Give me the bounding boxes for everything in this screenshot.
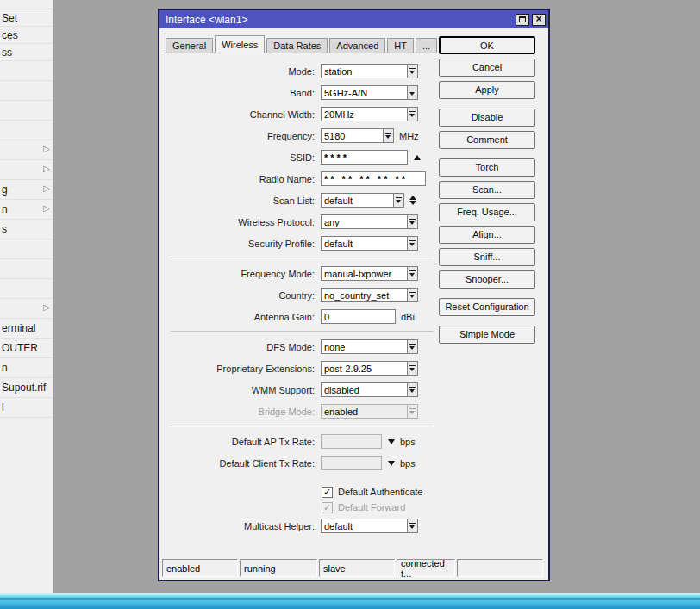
freq-usage-button[interactable]: Freq. Usage... <box>439 203 535 221</box>
submenu-arrow-icon: ▷ <box>43 184 50 193</box>
tab-data-rates[interactable]: Data Rates <box>266 38 328 53</box>
form-row-antenna-gain: Antenna Gain:0dBi <box>164 306 437 327</box>
sidebar-item[interactable] <box>0 61 53 81</box>
up-down-spinner[interactable] <box>409 196 416 205</box>
sidebar-item[interactable]: ss <box>0 44 53 61</box>
dropdown-button[interactable] <box>407 236 418 251</box>
checkmark-icon: ✓ <box>323 488 331 497</box>
checkbox-row: ✓Default Authenticate <box>164 484 437 500</box>
frequency-mode-field[interactable]: manual-txpower <box>321 266 408 281</box>
sidebar-item[interactable]: l <box>0 398 53 418</box>
disable-button[interactable]: Disable <box>439 109 535 127</box>
dfs-mode-field[interactable]: none <box>321 339 408 354</box>
dropdown-arrow-icon[interactable] <box>388 439 395 444</box>
dropdown-button[interactable] <box>383 128 394 143</box>
frequency-field[interactable]: 5180 <box>321 128 384 143</box>
ssid-value: **** <box>324 152 349 163</box>
sidebar-item[interactable]: s <box>0 220 53 239</box>
sidebar-item[interactable]: n <box>0 358 53 378</box>
multicast-helper-field[interactable]: default <box>321 519 408 533</box>
band-field[interactable]: 5GHz-A/N <box>321 85 408 100</box>
sidebar-item[interactable]: n▷ <box>0 200 53 220</box>
os-taskbar[interactable] <box>0 593 700 609</box>
sidebar-item[interactable]: g▷ <box>0 180 53 200</box>
country-field[interactable]: no_country_set <box>321 288 408 302</box>
wireless-protocol-field[interactable]: any <box>321 214 408 229</box>
ssid-field[interactable]: **** <box>321 150 408 165</box>
dropdown-button[interactable] <box>407 64 418 78</box>
tab-ht[interactable]: HT <box>387 38 414 53</box>
security-profile-value: default <box>324 239 353 249</box>
submenu-arrow-icon: ▷ <box>43 204 50 213</box>
scan-list-label: Scan List: <box>164 196 321 206</box>
sidebar-item[interactable]: ces <box>0 27 53 44</box>
radio-name-field[interactable]: ** ** ** ** ** <box>321 171 426 186</box>
dialog-title: Interface <wlan1> <box>166 14 247 26</box>
form-row-radio-name: Radio Name:** ** ** ** ** <box>164 168 437 190</box>
dropdown-button[interactable] <box>407 361 418 376</box>
sniff-button[interactable]: Sniff... <box>439 248 535 266</box>
sidebar-item[interactable]: Supout.rif <box>0 378 53 398</box>
cancel-button[interactable]: Cancel <box>439 59 535 77</box>
sidebar-item[interactable]: erminal <box>0 319 53 339</box>
form-separator <box>164 422 437 431</box>
form-row-country: Country:no_country_set <box>164 284 437 306</box>
form-row-band: Band:5GHz-A/N <box>164 82 437 103</box>
dropdown-button[interactable] <box>407 266 418 281</box>
dropdown-button[interactable] <box>407 107 418 121</box>
tab-wireless[interactable]: Wireless <box>215 35 265 53</box>
sidebar-item[interactable]: ▷ <box>0 140 53 160</box>
dropdown-button[interactable] <box>407 339 418 354</box>
scan-list-field[interactable]: default <box>321 193 394 208</box>
dialog-titlebar[interactable]: Interface <wlan1> × <box>159 10 548 28</box>
dropdown-button[interactable] <box>407 519 418 533</box>
sidebar-item[interactable] <box>0 239 53 259</box>
default-authenticate-checkbox[interactable]: ✓ <box>322 487 333 498</box>
simple-mode-button[interactable]: Simple Mode <box>439 326 535 344</box>
tab-item[interactable]: ... <box>416 38 437 53</box>
wmm-support-field[interactable]: disabled <box>321 382 408 397</box>
spinner-down-icon <box>409 201 416 205</box>
separator-line <box>171 258 434 259</box>
dropdown-icon <box>409 270 416 277</box>
dropdown-button[interactable] <box>393 193 404 208</box>
torch-button[interactable]: Torch <box>439 158 535 177</box>
mode-field[interactable]: station <box>321 64 408 78</box>
sidebar-item[interactable] <box>0 259 53 279</box>
dropdown-button[interactable] <box>407 382 418 397</box>
dropdown-button[interactable] <box>407 85 418 100</box>
checkmark-icon: ✓ <box>323 503 331 513</box>
reset-configuration-button[interactable]: Reset Configuration <box>439 298 535 316</box>
dropdown-arrow-icon[interactable] <box>388 461 395 466</box>
security-profile-field[interactable]: default <box>321 236 408 251</box>
align-button[interactable]: Align... <box>439 226 535 244</box>
sidebar-item[interactable]: OUTER <box>0 339 53 358</box>
dropdown-icon <box>385 133 391 140</box>
sidebar-item[interactable] <box>0 121 53 140</box>
dropdown-button[interactable] <box>407 288 418 302</box>
antenna-gain-field[interactable]: 0 <box>321 309 396 324</box>
sidebar-item[interactable] <box>0 101 53 121</box>
expand-up-icon[interactable] <box>414 155 421 160</box>
tab-advanced[interactable]: Advanced <box>329 38 385 53</box>
snooper-button[interactable]: Snooper... <box>439 270 535 289</box>
maximize-button[interactable] <box>516 14 529 26</box>
channel-width-field[interactable]: 20MHz <box>321 107 408 121</box>
status-cell-running: running <box>240 559 317 577</box>
sidebar-item[interactable] <box>0 81 53 101</box>
scan-button[interactable]: Scan... <box>439 181 535 199</box>
sidebar-item[interactable]: ▷ <box>0 299 53 319</box>
dropdown-button[interactable] <box>407 214 418 229</box>
close-button[interactable]: × <box>532 14 546 26</box>
sidebar-item[interactable]: ▷ <box>0 160 53 180</box>
apply-button[interactable]: Apply <box>439 81 535 99</box>
tab-general[interactable]: General <box>166 38 213 53</box>
sidebar-item-label: g <box>2 183 8 196</box>
comment-button[interactable]: Comment <box>439 131 535 149</box>
ok-button[interactable]: OK <box>439 36 535 54</box>
sidebar-item[interactable]: Set <box>0 9 53 27</box>
form-row-frequency: Frequency:5180MHz <box>164 125 437 146</box>
status-cell-slave: slave <box>319 559 395 577</box>
sidebar-item[interactable] <box>0 279 53 299</box>
proprietary-extensions-field[interactable]: post-2.9.25 <box>321 361 408 376</box>
